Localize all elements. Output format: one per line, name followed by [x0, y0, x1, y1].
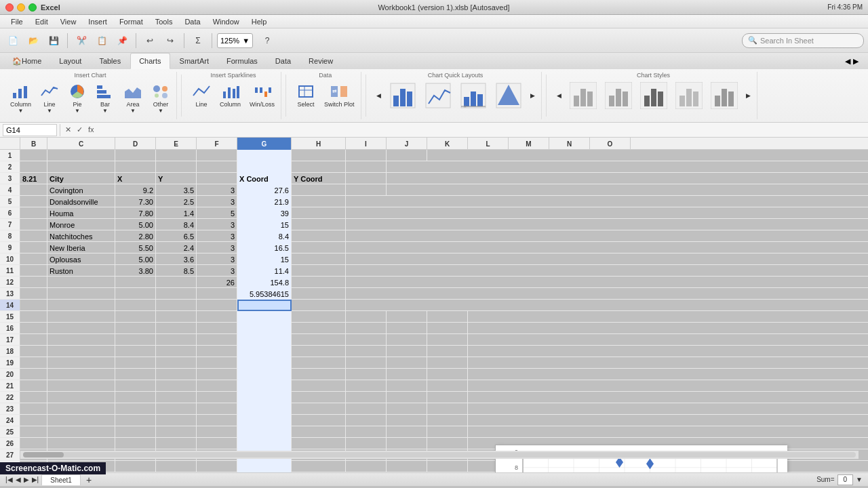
cell-e3[interactable]: Y — [156, 173, 197, 184]
cell-h3[interactable]: Y Coord — [292, 173, 346, 184]
cell-i4[interactable] — [346, 184, 387, 196]
cell-h6[interactable] — [292, 207, 346, 219]
sum-dropdown-arrow[interactable]: ▼ — [856, 476, 863, 483]
cell-d12[interactable] — [115, 277, 156, 288]
autosum-button[interactable]: Σ — [189, 32, 207, 49]
cell-g9[interactable]: 16.5 — [237, 242, 292, 253]
chart-style-nav-left[interactable]: ◀ — [553, 90, 565, 101]
cell-b2[interactable] — [20, 161, 47, 173]
col-header-h[interactable]: H — [292, 138, 346, 150]
cell-e6[interactable]: 1.4 — [156, 207, 197, 219]
row-header-2[interactable]: 2 — [0, 161, 20, 172]
menu-view[interactable]: View — [55, 16, 82, 27]
cell-d14[interactable] — [115, 300, 156, 311]
cell-f6[interactable]: 5 — [197, 207, 237, 219]
cell-d5[interactable]: 7.30 — [115, 196, 156, 207]
cell-c4[interactable]: Covington — [47, 184, 115, 196]
cell-h10[interactable] — [292, 253, 346, 265]
cell-c12[interactable] — [47, 277, 115, 288]
cell-d4[interactable]: 9.2 — [115, 184, 156, 196]
cell-reference-box[interactable]: G14 — [3, 124, 57, 136]
cell-f14[interactable] — [197, 300, 237, 311]
menu-edit[interactable]: Edit — [30, 16, 54, 27]
close-button[interactable] — [5, 3, 14, 12]
undo-button[interactable]: ↩ — [141, 32, 159, 49]
cell-i2[interactable] — [346, 161, 387, 173]
sheet-nav-first[interactable]: |◀ — [5, 476, 13, 483]
formula-cancel-button[interactable]: ✕ — [63, 125, 73, 135]
cell-h14[interactable] — [292, 300, 346, 311]
scrollbar-thumb[interactable] — [23, 452, 64, 458]
cell-h8[interactable] — [292, 230, 346, 242]
cell-e14[interactable] — [156, 300, 197, 311]
sheet-tab-1[interactable]: Sheet1 — [41, 474, 81, 485]
menu-insert[interactable]: Insert — [83, 16, 113, 27]
style-3[interactable] — [637, 80, 671, 111]
paste-button[interactable]: 📌 — [113, 32, 131, 49]
cell-f3[interactable] — [197, 173, 237, 184]
chart-line-button[interactable]: Line ▼ — [37, 80, 62, 116]
row-header-14[interactable]: 14 — [0, 300, 20, 310]
cell-g10[interactable]: 15 — [237, 253, 292, 265]
cell-g14[interactable] — [237, 300, 292, 311]
new-button[interactable]: 📄 — [4, 32, 22, 49]
style-2[interactable] — [601, 80, 635, 111]
cell-f8[interactable]: 3 — [197, 230, 237, 242]
tab-home[interactable]: 🏠 Home — [4, 53, 50, 69]
ribbon-nav-right[interactable]: ▶ — [853, 57, 859, 66]
cell-b5[interactable] — [20, 196, 47, 207]
cell-b11[interactable] — [20, 265, 47, 277]
cell-e9[interactable]: 2.4 — [156, 242, 197, 253]
cell-f12[interactable]: 26 — [197, 277, 237, 288]
cell-e8[interactable]: 6.5 — [156, 230, 197, 242]
cell-e12[interactable] — [156, 277, 197, 288]
chart-other-button[interactable]: Other ▼ — [148, 80, 174, 116]
cell-f7[interactable]: 3 — [197, 219, 237, 230]
cell-f9[interactable]: 3 — [197, 242, 237, 253]
cell-b8[interactable] — [20, 230, 47, 242]
cell-g5[interactable]: 21.9 — [237, 196, 292, 207]
cell-g2[interactable] — [237, 161, 292, 173]
col-header-g[interactable]: G — [237, 138, 292, 150]
style-5[interactable] — [707, 80, 741, 111]
cut-button[interactable]: ✂️ — [73, 32, 90, 49]
open-button[interactable]: 📂 — [24, 32, 42, 49]
maximize-button[interactable] — [28, 3, 37, 12]
cell-h4[interactable] — [292, 184, 346, 196]
quick-layout-3[interactable]: A — [456, 80, 490, 111]
redo-button[interactable]: ↪ — [161, 32, 179, 49]
menu-help[interactable]: Help — [246, 16, 273, 27]
cell-h13[interactable] — [292, 288, 346, 300]
sheet-nav-last[interactable]: ▶| — [32, 476, 39, 483]
cell-c2[interactable] — [47, 161, 115, 173]
cell-h7[interactable] — [292, 219, 346, 230]
cell-e7[interactable]: 8.4 — [156, 219, 197, 230]
cell-b1[interactable] — [20, 150, 47, 161]
menu-tools[interactable]: Tools — [150, 16, 178, 27]
cell-g12[interactable]: 154.8 — [237, 277, 292, 288]
cell-d10[interactable]: 5.00 — [115, 253, 156, 265]
row-header-7[interactable]: 7 — [0, 219, 20, 230]
cell-g8[interactable]: 8.4 — [237, 230, 292, 242]
row-header-8[interactable]: 8 — [0, 230, 20, 241]
cell-c7[interactable]: Monroe — [47, 219, 115, 230]
tab-smartart[interactable]: SmartArt — [172, 53, 217, 69]
row-header-6[interactable]: 6 — [0, 207, 20, 218]
cell-h1[interactable] — [292, 150, 346, 161]
cell-c5[interactable]: Donaldsonville — [47, 196, 115, 207]
cell-b12[interactable] — [20, 277, 47, 288]
cell-e10[interactable]: 3.6 — [156, 253, 197, 265]
col-header-b[interactable]: B — [20, 138, 47, 150]
cell-c14[interactable] — [47, 300, 115, 311]
tab-data[interactable]: Data — [267, 53, 299, 69]
cell-b9[interactable] — [20, 242, 47, 253]
cell-b3[interactable]: 8.21 — [20, 173, 47, 184]
cell-b7[interactable] — [20, 219, 47, 230]
cell-e2[interactable] — [156, 161, 197, 173]
cell-h12[interactable] — [292, 277, 346, 288]
cell-f1[interactable] — [197, 150, 237, 161]
menu-data[interactable]: Data — [179, 16, 205, 27]
row-header-13[interactable]: 13 — [0, 288, 20, 299]
select-button[interactable]: Select — [293, 80, 319, 110]
sheet-nav-next[interactable]: ▶ — [24, 476, 29, 483]
